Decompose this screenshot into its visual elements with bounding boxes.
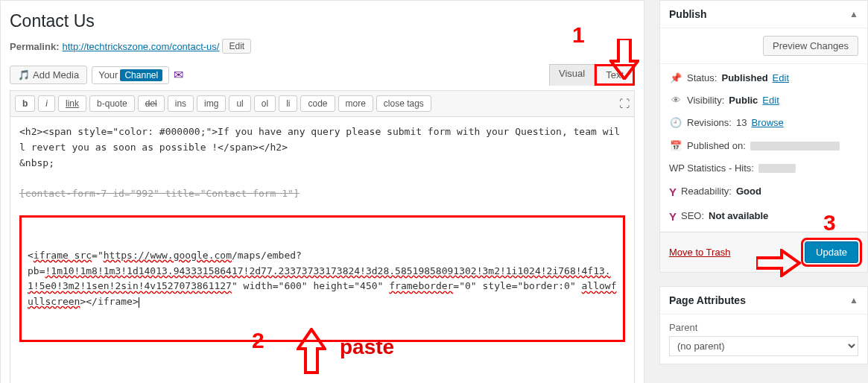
your-channel-button[interactable]: Your Channel xyxy=(92,66,169,84)
channel-badge: Channel xyxy=(120,69,162,81)
collapse-icon-attrs[interactable]: ▲ xyxy=(849,295,858,306)
visibility-row: 👁 Visibility: Public Edit xyxy=(669,94,858,107)
text-editor[interactable]: <h2><span style="color: #000000;">If you… xyxy=(10,117,635,383)
permalink-label: Permalink: xyxy=(10,41,59,52)
move-to-trash-link[interactable]: Move to Trash xyxy=(669,247,730,258)
qt-bquote[interactable]: b-quote xyxy=(89,95,135,112)
sidebar: Publish ▲ Preview Changes 📌 Status: Publ… xyxy=(659,0,868,364)
quicktags-toolbar: b i link b-quote del ins img ul ol li co… xyxy=(10,90,635,117)
seo-row: Y SEO: Not available xyxy=(669,209,858,224)
calendar-icon: 📅 xyxy=(669,139,682,153)
qt-more[interactable]: more xyxy=(338,95,373,112)
readability-value: Good xyxy=(736,185,761,198)
published-on-value-redacted xyxy=(750,142,840,151)
visibility-edit-link[interactable]: Edit xyxy=(762,94,779,107)
page-attributes-header[interactable]: Page Attributes ▲ xyxy=(660,287,867,314)
visibility-icon: 👁 xyxy=(669,94,682,107)
status-edit-link[interactable]: Edit xyxy=(773,72,789,85)
preview-row: Preview Changes xyxy=(660,28,867,64)
seo-value: Not available xyxy=(709,209,768,223)
qt-code[interactable]: code xyxy=(300,95,335,112)
permalink-row: Permalink: http://techtrickszone.com/con… xyxy=(10,39,635,54)
media-toolbar: 🎵 Add Media Your Channel ✉ Visual Text xyxy=(10,64,635,86)
wp-stats-label: WP Statistics - Hits: xyxy=(669,162,754,175)
channel-your: Your xyxy=(98,69,118,80)
page-attributes-title: Page Attributes xyxy=(669,294,746,306)
qt-li[interactable]: li xyxy=(279,95,297,112)
status-value: Published xyxy=(721,72,767,85)
qt-del[interactable]: del xyxy=(138,95,165,112)
readability-row: Y Readability: Good xyxy=(669,184,858,200)
pasted-iframe-block: <iframe src="https://www.google.com/maps… xyxy=(19,215,625,342)
revisions-label: Revisions: xyxy=(687,116,732,130)
editor-tabs: Visual Text xyxy=(549,64,635,86)
revisions-browse-link[interactable]: Browse xyxy=(751,116,783,130)
readability-label: Readability: xyxy=(681,185,732,198)
add-media-label: Add Media xyxy=(33,69,79,80)
visibility-label: Visibility: xyxy=(687,94,724,107)
visibility-value: Public xyxy=(729,94,758,107)
wp-stats-value-redacted xyxy=(758,164,796,173)
status-label: Status: xyxy=(687,72,717,85)
publish-title: Publish xyxy=(669,8,707,20)
publish-body: 📌 Status: Published Edit 👁 Visibility: P… xyxy=(660,64,867,232)
yoast-icon-seo: Y xyxy=(669,209,677,224)
qt-ol[interactable]: ol xyxy=(254,95,276,112)
publish-box-header[interactable]: Publish ▲ xyxy=(660,1,867,28)
qt-ul[interactable]: ul xyxy=(229,95,250,112)
qt-bold[interactable]: b xyxy=(15,95,35,112)
revisions-icon: 🕘 xyxy=(669,116,682,130)
editor-line2: &nbsp; xyxy=(19,157,54,168)
preview-changes-button[interactable]: Preview Changes xyxy=(763,36,858,56)
status-row: 📌 Status: Published Edit xyxy=(669,72,858,85)
parent-label: Parent xyxy=(669,322,858,333)
qt-ins[interactable]: ins xyxy=(168,95,194,112)
page-title-input[interactable]: Contact Us xyxy=(10,8,635,39)
mail-icon[interactable]: ✉ xyxy=(174,68,183,82)
editor-line1: <h2><span style="color: #000000;">If you… xyxy=(19,126,620,153)
permalink-url[interactable]: http://techtrickszone.com/contact-us/ xyxy=(62,41,219,52)
tab-text[interactable]: Text xyxy=(595,64,635,86)
fullscreen-icon[interactable]: ⛶ xyxy=(619,98,630,110)
editor-main: Contact Us Permalink: http://techtricksz… xyxy=(0,0,644,383)
publish-actions: Move to Trash Update xyxy=(660,232,867,272)
add-media-button[interactable]: 🎵 Add Media xyxy=(10,66,87,84)
tab-visual[interactable]: Visual xyxy=(549,64,595,86)
publish-box: Publish ▲ Preview Changes 📌 Status: Publ… xyxy=(659,0,868,273)
pin-icon: 📌 xyxy=(669,72,682,85)
seo-label: SEO: xyxy=(681,209,704,223)
page-attributes-box: Page Attributes ▲ Parent (no parent) xyxy=(659,286,868,364)
permalink-edit-button[interactable]: Edit xyxy=(222,39,251,54)
revisions-count: 13 xyxy=(736,116,747,130)
published-on-label: Published on: xyxy=(687,139,746,153)
wp-stats-row: WP Statistics - Hits: xyxy=(669,162,858,175)
update-button[interactable]: Update xyxy=(805,241,858,263)
revisions-row: 🕘 Revisions: 13 Browse xyxy=(669,116,858,130)
yoast-icon: Y xyxy=(669,184,677,200)
main-wrapper: Contact Us Permalink: http://techtricksz… xyxy=(0,0,644,383)
sidebar-wrapper: Publish ▲ Preview Changes 📌 Status: Publ… xyxy=(659,0,868,383)
qt-close[interactable]: close tags xyxy=(376,95,431,112)
collapse-icon[interactable]: ▲ xyxy=(849,9,858,19)
qt-img[interactable]: img xyxy=(197,95,226,112)
qt-italic[interactable]: i xyxy=(38,95,55,112)
qt-link[interactable]: link xyxy=(58,95,86,112)
page-attributes-body: Parent (no parent) xyxy=(660,314,867,364)
media-icon: 🎵 xyxy=(18,69,30,80)
parent-select[interactable]: (no parent) xyxy=(669,336,858,356)
editor-shortcode: [contact-form-7 id="992" title="Contact … xyxy=(19,188,300,199)
published-on-row: 📅 Published on: xyxy=(669,139,858,153)
